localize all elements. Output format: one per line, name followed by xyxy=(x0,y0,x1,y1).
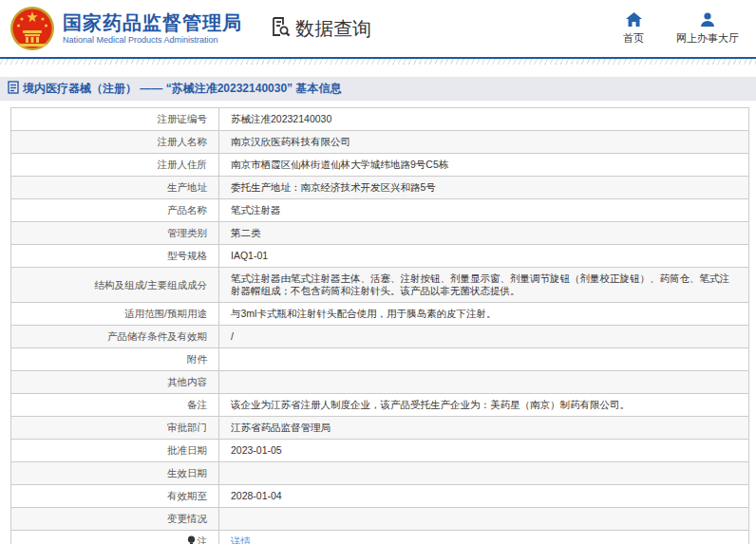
field-label: 注册证编号 xyxy=(11,108,219,131)
field-value xyxy=(219,508,749,531)
national-emblem-logo xyxy=(9,6,55,51)
page-title: 境内医疗器械（注册） —— “苏械注准20232140030” 基本信息 xyxy=(23,81,341,97)
field-value: 2028-01-04 xyxy=(219,485,749,508)
document-icon xyxy=(8,81,19,97)
field-label: 管理类别 xyxy=(11,222,219,245)
field-value: 委托生产地址：南京经济技术开发区兴和路5号 xyxy=(219,177,749,199)
field-value xyxy=(219,462,749,485)
table-row: 结构及组成/主要组成成分笔式注射器由笔式注射器主体、活塞、注射按钮、剂量显示窗、… xyxy=(11,268,749,303)
field-value: 笔式注射器由笔式注射器主体、活塞、注射按钮、剂量显示窗、剂量调节旋钮（剂量校正旋… xyxy=(219,268,749,303)
registration-detail-table: 注册证编号苏械注准20232140030注册人名称南京汉欣医药科技有限公司注册人… xyxy=(10,107,749,544)
field-value xyxy=(219,348,749,371)
table-row: 有效期至2028-01-04 xyxy=(11,485,749,508)
home-icon xyxy=(626,12,642,28)
table-row: 产品名称笔式注射器 xyxy=(11,199,749,222)
field-label: 产品名称 xyxy=(11,199,219,222)
field-label: 备注 xyxy=(11,394,219,417)
field-value: 详情 xyxy=(219,531,749,544)
data-query-heading: 数据查询 xyxy=(269,15,371,42)
table-row: 批准日期2023-01-05 xyxy=(11,440,749,462)
table-row: 注详情 xyxy=(11,531,749,544)
table-row: 注册证编号苏械注准20232140030 xyxy=(11,108,749,131)
field-label: 注 xyxy=(11,531,219,544)
table-row: 注册人住所南京市栖霞区仙林街道仙林大学城纬地路9号C5栋 xyxy=(11,154,749,177)
field-label: 注册人名称 xyxy=(11,131,219,154)
field-label: 产品储存条件及有效期 xyxy=(11,326,219,348)
field-label: 有效期至 xyxy=(11,485,219,508)
field-value: IAQ1-01 xyxy=(219,245,749,268)
field-label: 审批部门 xyxy=(11,417,219,440)
agency-subtitle: National Medical Products Administration xyxy=(63,34,242,46)
header: 国家药品监督管理局 National Medical Products Admi… xyxy=(0,0,756,59)
detail-link[interactable]: 详情 xyxy=(231,535,251,544)
field-label: 批准日期 xyxy=(11,440,219,462)
field-value: 江苏省药品监督管理局 xyxy=(219,417,749,440)
field-label: 适用范围/预期用途 xyxy=(11,303,219,326)
field-label: 其他内容 xyxy=(11,371,219,394)
field-value: 2023-01-05 xyxy=(219,440,749,462)
field-value: 与3ml卡式瓶和注射针头配合使用，用于胰岛素的皮下注射。 xyxy=(219,303,749,326)
field-value: 该企业为江苏省注册人制度企业，该产品受托生产企业为：美药星（南京）制药有限公司。 xyxy=(219,394,749,417)
field-label: 生产地址 xyxy=(11,177,219,199)
field-value: 南京市栖霞区仙林街道仙林大学城纬地路9号C5栋 xyxy=(219,154,749,177)
breadcrumb-bar: 境内医疗器械（注册） —— “苏械注准20232140030” 基本信息 xyxy=(0,77,756,101)
agency-title: 国家药品监督管理局 xyxy=(63,11,242,34)
field-label: 注册人住所 xyxy=(11,154,219,177)
field-value: 苏械注准20232140030 xyxy=(219,108,749,131)
field-value: 笔式注射器 xyxy=(219,199,749,222)
table-row: 生产地址委托生产地址：南京经济技术开发区兴和路5号 xyxy=(11,177,749,199)
field-label: 结构及组成/主要组成成分 xyxy=(11,268,219,303)
table-row: 其他内容 xyxy=(11,371,749,394)
agency-title-block: 国家药品监督管理局 National Medical Products Admi… xyxy=(63,11,242,46)
field-label: 型号规格 xyxy=(11,245,219,268)
field-label: 附件 xyxy=(11,348,219,371)
field-label: 变更情况 xyxy=(11,508,219,531)
field-value: / xyxy=(219,326,749,348)
field-label: 生效日期 xyxy=(11,462,219,485)
nav-home[interactable]: 首页 xyxy=(623,12,644,46)
table-row: 型号规格IAQ1-01 xyxy=(11,245,749,268)
table-row: 附件 xyxy=(11,348,749,371)
table-row: 注册人名称南京汉欣医药科技有限公司 xyxy=(11,131,749,154)
nav-online-service-hall[interactable]: 网上办事大厅 xyxy=(676,12,739,46)
bulb-icon xyxy=(187,535,198,544)
header-nav: 首页 网上办事大厅 xyxy=(623,12,739,46)
table-row: 审批部门江苏省药品监督管理局 xyxy=(11,417,749,440)
field-value: 南京汉欣医药科技有限公司 xyxy=(219,131,749,154)
user-icon xyxy=(700,12,715,28)
document-search-icon xyxy=(269,15,292,42)
table-row: 备注该企业为江苏省注册人制度企业，该产品受托生产企业为：美药星（南京）制药有限公… xyxy=(11,394,749,417)
table-row: 生效日期 xyxy=(11,462,749,485)
content-area: 注册证编号苏械注准20232140030注册人名称南京汉欣医药科技有限公司注册人… xyxy=(0,101,756,544)
nav-hall-label: 网上办事大厅 xyxy=(676,31,739,46)
table-row: 变更情况 xyxy=(11,508,749,531)
nav-home-label: 首页 xyxy=(623,31,644,46)
divider-hatch-band xyxy=(0,59,756,65)
data-query-label: 数据查询 xyxy=(295,16,371,42)
table-row: 产品储存条件及有效期/ xyxy=(11,326,749,348)
table-row: 管理类别第二类 xyxy=(11,222,749,245)
field-value: 第二类 xyxy=(219,222,749,245)
table-row: 适用范围/预期用途与3ml卡式瓶和注射针头配合使用，用于胰岛素的皮下注射。 xyxy=(11,303,749,326)
field-value xyxy=(219,371,749,394)
